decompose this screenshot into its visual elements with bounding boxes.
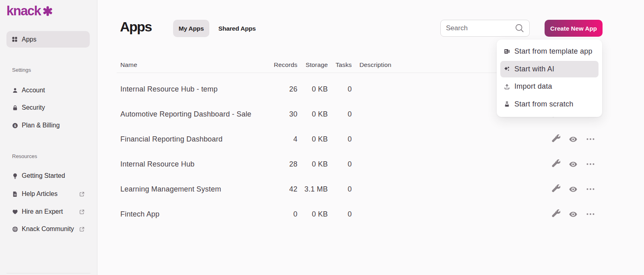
sidebar-item-account-label: Account bbox=[22, 87, 45, 94]
search-input[interactable] bbox=[441, 24, 515, 32]
menu-item-start-from-template-app[interactable]: Start from template app bbox=[500, 43, 599, 60]
main-content: Apps My Apps Shared Apps Create New App … bbox=[98, 0, 644, 275]
app-tasks: 0 bbox=[328, 110, 352, 119]
sidebar-item-hire-an-expert-label: Hire an Expert bbox=[22, 208, 63, 215]
column-header-storage: Storage bbox=[297, 61, 328, 69]
sidebar-item-knack-community-label: Knack Community bbox=[22, 225, 74, 233]
sidebar-item-knack-community[interactable]: Knack Community bbox=[6, 221, 90, 237]
sidebar-bottom-divider bbox=[6, 273, 91, 273]
wrench-icon[interactable] bbox=[551, 135, 560, 144]
eye-icon[interactable] bbox=[569, 160, 578, 169]
menu-item-label: Start from scratch bbox=[514, 100, 574, 108]
app-records: 42 bbox=[256, 185, 297, 194]
sidebar-item-security-label: Security bbox=[22, 104, 45, 111]
wrench-icon[interactable] bbox=[551, 160, 560, 169]
app-storage: 0 KB bbox=[297, 85, 328, 94]
external-link-icon bbox=[79, 227, 85, 232]
sidebar-item-help-articles-label: Help Articles bbox=[22, 190, 58, 198]
lock-icon bbox=[12, 104, 18, 111]
app-storage: 0 KB bbox=[297, 160, 328, 169]
eye-icon[interactable] bbox=[569, 185, 578, 194]
sidebar-item-security[interactable]: Security bbox=[6, 100, 90, 116]
menu-item-start-with-ai[interactable]: Start with AI bbox=[500, 61, 599, 78]
table-row: Internal Resource Hub280 KB0 bbox=[117, 152, 600, 177]
sidebar-item-plan-billing-label: Plan & Billing bbox=[22, 122, 60, 129]
sidebar-item-account[interactable]: Account bbox=[6, 82, 90, 98]
app-records: 0 bbox=[256, 210, 297, 219]
app-storage: 0 KB bbox=[297, 210, 328, 219]
search-box bbox=[440, 20, 530, 37]
tab-my-apps[interactable]: My Apps bbox=[173, 20, 209, 37]
globe-icon bbox=[12, 226, 18, 232]
apps-grid-icon bbox=[12, 37, 17, 42]
create-app-menu: Start from template app Start with AI Im… bbox=[497, 40, 602, 117]
app-name[interactable]: Internal Resource Hub bbox=[117, 160, 256, 169]
wrench-icon[interactable] bbox=[551, 210, 560, 219]
menu-item-import-data[interactable]: Import data bbox=[500, 78, 599, 95]
sidebar: knack Apps Settings Account bbox=[0, 0, 97, 275]
sidebar-item-getting-started[interactable]: Getting Started bbox=[6, 168, 90, 184]
app-records: 30 bbox=[256, 110, 297, 119]
app-tasks: 0 bbox=[328, 185, 352, 194]
create-new-app-button[interactable]: Create New App bbox=[545, 20, 603, 37]
knack-logo-text: knack bbox=[6, 4, 41, 19]
app-name[interactable]: Fintech App bbox=[117, 210, 256, 219]
ellipsis-icon[interactable] bbox=[586, 135, 595, 144]
row-actions bbox=[535, 135, 600, 144]
search-icon[interactable] bbox=[515, 24, 524, 33]
app-records: 4 bbox=[256, 135, 297, 144]
external-link-icon bbox=[79, 209, 85, 215]
eye-icon[interactable] bbox=[569, 135, 578, 144]
sparkles-icon bbox=[504, 66, 510, 72]
heart-icon bbox=[12, 208, 18, 215]
external-link-icon bbox=[79, 192, 85, 197]
app-name[interactable]: Internal Resource Hub - temp bbox=[117, 85, 256, 94]
column-header-records: Records bbox=[256, 61, 297, 69]
row-actions bbox=[535, 210, 600, 219]
page-title: Apps bbox=[120, 19, 152, 35]
flask-icon bbox=[504, 101, 510, 107]
lightbulb-icon bbox=[12, 173, 18, 179]
menu-item-label: Import data bbox=[514, 82, 552, 91]
ellipsis-icon[interactable] bbox=[586, 160, 595, 169]
app-storage: 3.1 MB bbox=[297, 185, 328, 194]
app-tasks: 0 bbox=[328, 85, 352, 94]
knack-logo[interactable]: knack bbox=[6, 3, 53, 19]
template-app-icon bbox=[504, 48, 510, 55]
eye-icon[interactable] bbox=[569, 210, 578, 219]
app-records: 28 bbox=[256, 160, 297, 169]
sidebar-item-plan-billing[interactable]: $ Plan & Billing bbox=[6, 117, 90, 133]
sidebar-section-settings: Settings bbox=[12, 66, 85, 73]
wrench-icon[interactable] bbox=[551, 185, 560, 194]
dollar-icon: $ bbox=[12, 122, 18, 129]
column-header-tasks: Tasks bbox=[328, 61, 352, 69]
row-actions bbox=[535, 185, 600, 194]
app-storage: 0 KB bbox=[297, 110, 328, 119]
app-tasks: 0 bbox=[328, 210, 352, 219]
app-name[interactable]: Learning Management System bbox=[117, 185, 256, 194]
knack-logo-asterisk-icon bbox=[43, 6, 53, 16]
table-row: Financial Reporting Dashboard40 KB0 bbox=[117, 127, 600, 152]
sidebar-item-apps[interactable]: Apps bbox=[6, 31, 90, 48]
sidebar-item-help-articles[interactable]: Help Articles bbox=[6, 186, 90, 202]
row-actions bbox=[535, 160, 600, 169]
menu-item-label: Start from template app bbox=[514, 47, 592, 56]
ellipsis-icon[interactable] bbox=[586, 210, 595, 219]
app-name[interactable]: Financial Reporting Dashboard bbox=[117, 135, 256, 144]
table-row: Fintech App00 KB0 bbox=[117, 202, 600, 227]
tab-shared-apps[interactable]: Shared Apps bbox=[217, 20, 257, 37]
app-tasks: 0 bbox=[328, 135, 352, 144]
menu-item-label: Start with AI bbox=[514, 65, 554, 73]
app-storage: 0 KB bbox=[297, 135, 328, 144]
app-records: 26 bbox=[256, 85, 297, 94]
ellipsis-icon[interactable] bbox=[586, 185, 595, 194]
user-icon bbox=[12, 87, 18, 94]
column-header-name: Name bbox=[117, 61, 256, 69]
app-tasks: 0 bbox=[328, 160, 352, 169]
app-name[interactable]: Automotive Reporting Dashboard - Sale bbox=[117, 110, 256, 119]
menu-item-start-from-scratch[interactable]: Start from scratch bbox=[500, 96, 599, 113]
file-icon bbox=[12, 191, 18, 197]
sidebar-item-apps-label: Apps bbox=[22, 36, 36, 43]
sidebar-item-hire-an-expert[interactable]: Hire an Expert bbox=[6, 204, 90, 220]
sidebar-section-resources: Resources bbox=[12, 152, 85, 160]
